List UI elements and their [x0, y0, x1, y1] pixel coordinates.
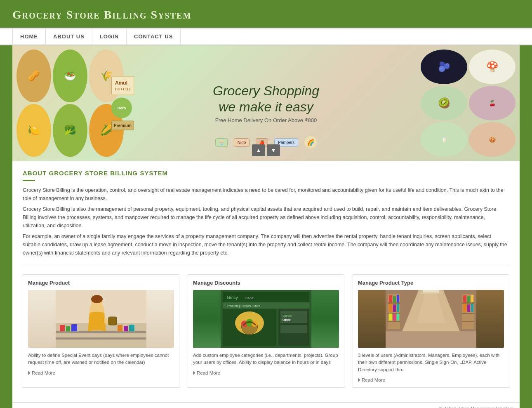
banner-prev-button[interactable]: ▲	[252, 144, 265, 156]
card-manage-product-type-readmore[interactable]: Read More	[358, 377, 504, 382]
svg-rect-50	[462, 313, 474, 314]
banner-title: Grocery Shopping we make it easy	[213, 83, 319, 115]
nav-home[interactable]: HOME	[12, 28, 46, 45]
svg-rect-40	[393, 296, 396, 302]
svg-rect-8	[60, 325, 65, 331]
hero-banner: 🥜 🥗 🌾 🍋 🥦 🌽 AmulBUTTER Hero Premium Groc…	[12, 45, 520, 161]
banner-next-button[interactable]: ▼	[267, 144, 280, 156]
card-manage-product-type-desc: 3 levels of users (Administrators, Manag…	[358, 352, 504, 373]
svg-rect-5	[108, 317, 117, 325]
card-manage-product-title: Manage Product	[28, 280, 174, 286]
svg-rect-57	[471, 304, 473, 312]
card-manage-discounts-image: Grocy BASE Products | Recipes | Store	[193, 290, 339, 348]
svg-rect-6	[56, 331, 146, 333]
banner-navigation: ▲ ▼	[252, 144, 280, 156]
svg-rect-58	[423, 290, 439, 292]
svg-rect-42	[389, 304, 392, 312]
svg-rect-56	[467, 304, 470, 312]
svg-rect-49	[462, 302, 474, 304]
about-paragraph-1: Grocery Store Billing is the operation, …	[23, 186, 509, 203]
nav-login[interactable]: LOGIN	[92, 28, 127, 45]
svg-rect-39	[389, 295, 392, 302]
svg-point-4	[91, 295, 103, 303]
banner-content: Grocery Shopping we make it easy Free Ho…	[213, 83, 319, 123]
cards-section: Manage Product	[23, 274, 509, 394]
svg-text:Offer!: Offer!	[282, 318, 292, 322]
svg-rect-9	[66, 326, 70, 331]
svg-text:Products  |  Recipes  |  Store: Products | Recipes | Store	[227, 304, 260, 308]
svg-rect-51	[462, 321, 474, 322]
about-divider	[23, 180, 35, 181]
svg-text:BASE: BASE	[245, 296, 254, 300]
svg-rect-36	[388, 302, 400, 304]
svg-rect-46	[393, 314, 396, 321]
about-title: ABOUT GROCERY STORE BILLING SYSTEM	[23, 170, 509, 177]
banner-food-right: 🫐 🍄 🥝 🍒 🥛 🍪	[417, 45, 520, 161]
banner-subtitle: Free Home Delivery On Order Above ₹800	[213, 117, 319, 123]
card-manage-product-image	[28, 290, 174, 348]
card-manage-product-type-image	[358, 290, 504, 348]
site-title: Grocery Store Billing System	[12, 8, 520, 21]
about-paragraph-2: Grocery Store Billing is also the manage…	[23, 205, 509, 230]
svg-text:Grocy: Grocy	[227, 295, 238, 300]
svg-text:Special: Special	[282, 314, 292, 318]
card-manage-product-type-title: Manage Product Type	[358, 280, 504, 286]
svg-rect-11	[118, 325, 122, 331]
svg-rect-41	[397, 295, 399, 302]
about-paragraph-3: For example, an owner of a single family…	[23, 232, 509, 257]
card-manage-discounts: Manage Discounts Grocy BASE Products | R…	[188, 274, 344, 388]
nav-about[interactable]: ABOUT US	[46, 28, 92, 45]
svg-rect-55	[463, 304, 466, 312]
svg-rect-13	[129, 325, 134, 331]
main-content: ABOUT GROCERY STORE BILLING SYSTEM Groce…	[12, 161, 520, 402]
chevron-right-icon-2	[193, 371, 195, 375]
navigation: HOME ABOUT US LOGIN CONTACT US	[0, 28, 532, 45]
svg-rect-38	[388, 321, 400, 322]
svg-marker-31	[386, 331, 476, 348]
svg-rect-43	[393, 304, 396, 312]
nav-contact[interactable]: CONTACT US	[127, 28, 181, 45]
about-section: ABOUT GROCERY STORE BILLING SYSTEM Groce…	[23, 170, 509, 266]
svg-rect-12	[124, 326, 128, 331]
card-manage-discounts-title: Manage Discounts	[193, 280, 339, 286]
card-manage-product-readmore[interactable]: Read More	[28, 370, 174, 375]
svg-rect-47	[397, 314, 399, 321]
card-manage-product-type: Manage Product Type	[353, 274, 509, 388]
card-manage-discounts-desc: Add custom employee categories (i.e., de…	[193, 352, 339, 366]
svg-rect-44	[397, 304, 399, 312]
svg-rect-7	[56, 337, 146, 340]
chevron-right-icon-3	[358, 378, 360, 382]
card-manage-discounts-readmore[interactable]: Read More	[193, 370, 339, 375]
footer: © Bakery Shop Management System	[12, 402, 520, 408]
banner-brands: AmulBUTTER Hero Premium	[111, 76, 134, 130]
footer-copyright: © Bakery Shop Management System	[439, 406, 513, 408]
card-manage-product: Manage Product	[23, 274, 179, 388]
svg-rect-45	[389, 314, 392, 321]
svg-rect-10	[71, 324, 77, 331]
svg-rect-59	[421, 292, 441, 294]
svg-rect-54	[471, 295, 473, 302]
card-manage-product-desc: Ability to define Special Event days (da…	[28, 352, 174, 366]
svg-rect-53	[467, 296, 470, 302]
svg-rect-27	[280, 325, 307, 333]
svg-rect-52	[463, 295, 466, 302]
chevron-right-icon	[28, 371, 31, 375]
